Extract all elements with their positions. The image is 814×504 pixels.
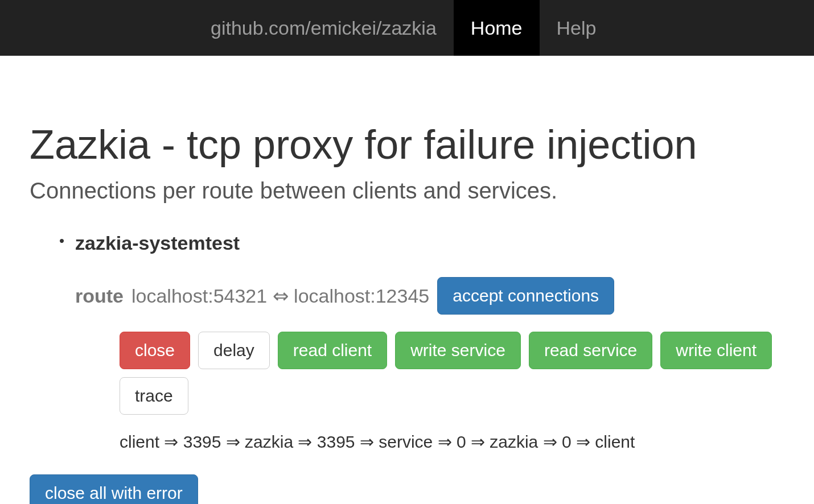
page-subtitle: Connections per route between clients an… <box>30 178 784 204</box>
navbar-brand: github.com/emickei/zazkia <box>194 0 454 56</box>
route-endpoints: localhost:54321 ⇔ localhost:12345 <box>131 284 429 307</box>
page-title: Zazkia - tcp proxy for failure injection <box>30 121 784 168</box>
route-label: route <box>75 285 124 307</box>
close-button[interactable]: close <box>120 332 190 369</box>
routes-list: zazkia-systemtest route localhost:54321 … <box>30 232 784 452</box>
write-client-button[interactable]: write client <box>660 332 772 369</box>
accept-connections-button[interactable]: accept connections <box>437 277 614 315</box>
delay-button[interactable]: delay <box>198 332 270 369</box>
read-client-button[interactable]: read client <box>278 332 387 369</box>
nav-link-help[interactable]: Help <box>540 0 614 56</box>
route-name: zazkia-systemtest <box>75 232 784 254</box>
route-info: route localhost:54321 ⇔ localhost:12345 … <box>75 277 784 315</box>
nav-link-home[interactable]: Home <box>454 0 540 56</box>
read-service-button[interactable]: read service <box>529 332 652 369</box>
flow-text: client ⇒ 3395 ⇒ zazkia ⇒ 3395 ⇒ service … <box>120 432 784 452</box>
navbar: github.com/emickei/zazkia Home Help <box>0 0 814 56</box>
write-service-button[interactable]: write service <box>395 332 521 369</box>
trace-button[interactable]: trace <box>120 377 188 415</box>
close-all-with-error-button[interactable]: close all with error <box>30 474 198 504</box>
action-button-row: close delay read client write service re… <box>120 332 784 415</box>
route-item: zazkia-systemtest route localhost:54321 … <box>75 232 784 452</box>
